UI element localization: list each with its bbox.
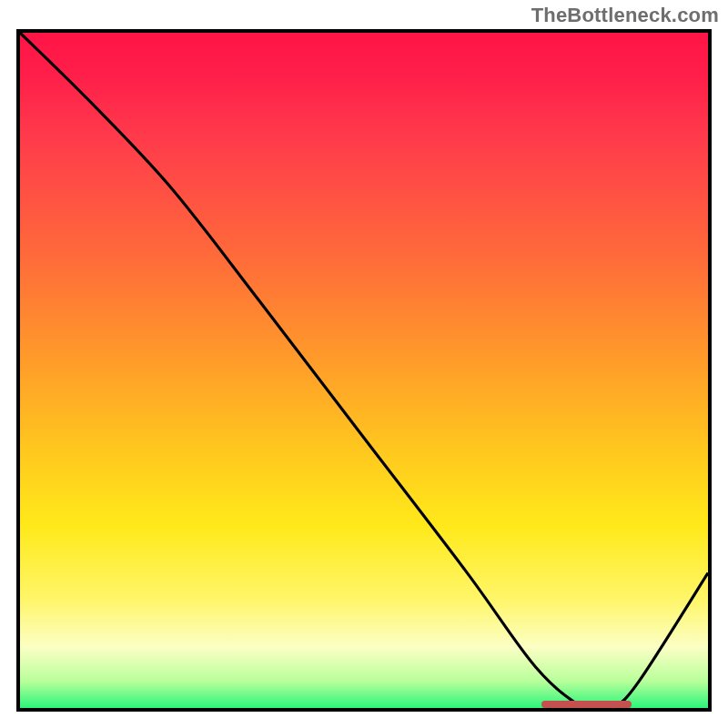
watermark-text: TheBottleneck.com [531, 4, 719, 27]
optimal-range-bar [541, 701, 632, 708]
chart-frame: TheBottleneck.com [0, 0, 728, 728]
plot-area [16, 29, 712, 712]
bottleneck-curve [20, 33, 708, 708]
